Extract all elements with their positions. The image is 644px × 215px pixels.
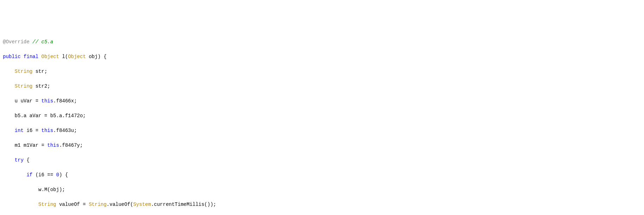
code-line-5: u uVar = this.f8466x; (0, 97, 644, 105)
code-line-9: try { (0, 157, 644, 164)
code-block: @Override // c5.a public final Object l(… (0, 31, 644, 215)
comment: // c5.a (30, 39, 53, 45)
code-line-6: b5.a aVar = b5.a.f1472o; (0, 112, 644, 120)
code-line-7: int i6 = this.f8463u; (0, 127, 644, 134)
code-line-8: m1 m1Var = this.f8467y; (0, 142, 644, 149)
code-line-1: @Override // c5.a (0, 38, 644, 46)
code-line-4: String str2; (0, 83, 644, 90)
code-line-2: public final Object l(Object obj) { (0, 53, 644, 61)
annotation-override: @Override (3, 39, 30, 45)
code-line-11: w.M(obj); (0, 186, 644, 194)
code-line-10: if (i6 == 0) { (0, 171, 644, 179)
code-line-3: String str; (0, 68, 644, 75)
code-line-12: String valueOf = String.valueOf(System.c… (0, 201, 644, 208)
